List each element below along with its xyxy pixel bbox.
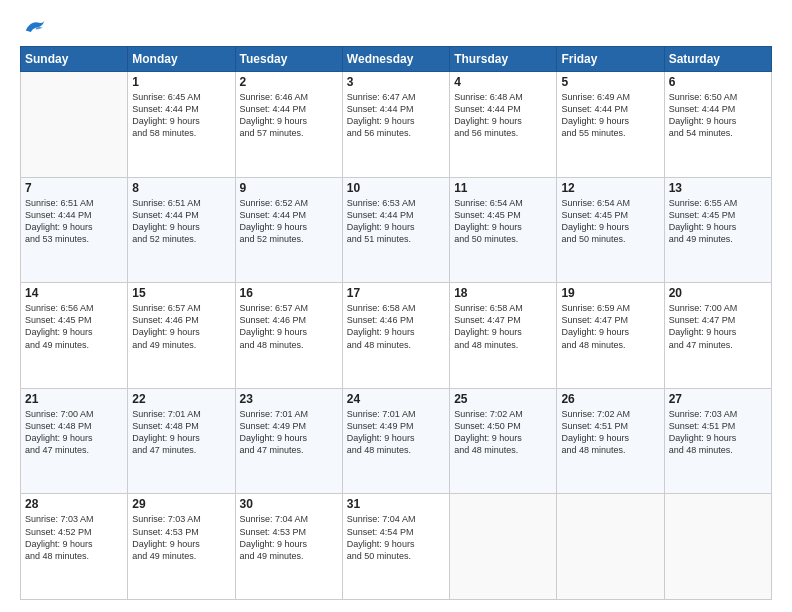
calendar-cell: 20Sunrise: 7:00 AM Sunset: 4:47 PM Dayli…: [664, 283, 771, 389]
calendar-week-row: 21Sunrise: 7:00 AM Sunset: 4:48 PM Dayli…: [21, 388, 772, 494]
day-number: 17: [347, 286, 445, 300]
day-number: 23: [240, 392, 338, 406]
day-number: 13: [669, 181, 767, 195]
calendar-cell: 6Sunrise: 6:50 AM Sunset: 4:44 PM Daylig…: [664, 72, 771, 178]
day-number: 7: [25, 181, 123, 195]
calendar-cell: 21Sunrise: 7:00 AM Sunset: 4:48 PM Dayli…: [21, 388, 128, 494]
calendar-cell: 18Sunrise: 6:58 AM Sunset: 4:47 PM Dayli…: [450, 283, 557, 389]
cell-daylight-info: Sunrise: 6:48 AM Sunset: 4:44 PM Dayligh…: [454, 91, 552, 140]
cell-daylight-info: Sunrise: 7:02 AM Sunset: 4:51 PM Dayligh…: [561, 408, 659, 457]
calendar-cell: 9Sunrise: 6:52 AM Sunset: 4:44 PM Daylig…: [235, 177, 342, 283]
day-number: 16: [240, 286, 338, 300]
cell-daylight-info: Sunrise: 6:52 AM Sunset: 4:44 PM Dayligh…: [240, 197, 338, 246]
weekday-header-sunday: Sunday: [21, 47, 128, 72]
cell-daylight-info: Sunrise: 6:49 AM Sunset: 4:44 PM Dayligh…: [561, 91, 659, 140]
calendar-table: SundayMondayTuesdayWednesdayThursdayFrid…: [20, 46, 772, 600]
calendar-cell: 10Sunrise: 6:53 AM Sunset: 4:44 PM Dayli…: [342, 177, 449, 283]
day-number: 27: [669, 392, 767, 406]
day-number: 26: [561, 392, 659, 406]
cell-daylight-info: Sunrise: 6:54 AM Sunset: 4:45 PM Dayligh…: [561, 197, 659, 246]
day-number: 31: [347, 497, 445, 511]
day-number: 18: [454, 286, 552, 300]
day-number: 25: [454, 392, 552, 406]
day-number: 12: [561, 181, 659, 195]
weekday-header-monday: Monday: [128, 47, 235, 72]
weekday-header-friday: Friday: [557, 47, 664, 72]
cell-daylight-info: Sunrise: 7:03 AM Sunset: 4:52 PM Dayligh…: [25, 513, 123, 562]
cell-daylight-info: Sunrise: 6:51 AM Sunset: 4:44 PM Dayligh…: [25, 197, 123, 246]
day-number: 4: [454, 75, 552, 89]
day-number: 29: [132, 497, 230, 511]
cell-daylight-info: Sunrise: 6:58 AM Sunset: 4:46 PM Dayligh…: [347, 302, 445, 351]
cell-daylight-info: Sunrise: 6:57 AM Sunset: 4:46 PM Dayligh…: [240, 302, 338, 351]
cell-daylight-info: Sunrise: 7:01 AM Sunset: 4:49 PM Dayligh…: [347, 408, 445, 457]
day-number: 1: [132, 75, 230, 89]
day-number: 19: [561, 286, 659, 300]
day-number: 11: [454, 181, 552, 195]
cell-daylight-info: Sunrise: 6:59 AM Sunset: 4:47 PM Dayligh…: [561, 302, 659, 351]
weekday-header-thursday: Thursday: [450, 47, 557, 72]
cell-daylight-info: Sunrise: 6:47 AM Sunset: 4:44 PM Dayligh…: [347, 91, 445, 140]
weekday-header-saturday: Saturday: [664, 47, 771, 72]
day-number: 9: [240, 181, 338, 195]
day-number: 6: [669, 75, 767, 89]
cell-daylight-info: Sunrise: 6:45 AM Sunset: 4:44 PM Dayligh…: [132, 91, 230, 140]
header: [20, 18, 772, 36]
calendar-cell: [664, 494, 771, 600]
cell-daylight-info: Sunrise: 6:57 AM Sunset: 4:46 PM Dayligh…: [132, 302, 230, 351]
calendar-cell: 29Sunrise: 7:03 AM Sunset: 4:53 PM Dayli…: [128, 494, 235, 600]
calendar-week-row: 1Sunrise: 6:45 AM Sunset: 4:44 PM Daylig…: [21, 72, 772, 178]
calendar-week-row: 14Sunrise: 6:56 AM Sunset: 4:45 PM Dayli…: [21, 283, 772, 389]
day-number: 30: [240, 497, 338, 511]
cell-daylight-info: Sunrise: 6:56 AM Sunset: 4:45 PM Dayligh…: [25, 302, 123, 351]
calendar-cell: 13Sunrise: 6:55 AM Sunset: 4:45 PM Dayli…: [664, 177, 771, 283]
day-number: 5: [561, 75, 659, 89]
calendar-cell: [450, 494, 557, 600]
weekday-header-tuesday: Tuesday: [235, 47, 342, 72]
calendar-cell: 16Sunrise: 6:57 AM Sunset: 4:46 PM Dayli…: [235, 283, 342, 389]
cell-daylight-info: Sunrise: 7:02 AM Sunset: 4:50 PM Dayligh…: [454, 408, 552, 457]
cell-daylight-info: Sunrise: 7:04 AM Sunset: 4:53 PM Dayligh…: [240, 513, 338, 562]
cell-daylight-info: Sunrise: 6:50 AM Sunset: 4:44 PM Dayligh…: [669, 91, 767, 140]
weekday-header-wednesday: Wednesday: [342, 47, 449, 72]
cell-daylight-info: Sunrise: 6:58 AM Sunset: 4:47 PM Dayligh…: [454, 302, 552, 351]
calendar-cell: [21, 72, 128, 178]
cell-daylight-info: Sunrise: 6:54 AM Sunset: 4:45 PM Dayligh…: [454, 197, 552, 246]
cell-daylight-info: Sunrise: 7:00 AM Sunset: 4:48 PM Dayligh…: [25, 408, 123, 457]
cell-daylight-info: Sunrise: 7:03 AM Sunset: 4:53 PM Dayligh…: [132, 513, 230, 562]
calendar-cell: 25Sunrise: 7:02 AM Sunset: 4:50 PM Dayli…: [450, 388, 557, 494]
calendar-cell: 15Sunrise: 6:57 AM Sunset: 4:46 PM Dayli…: [128, 283, 235, 389]
page: SundayMondayTuesdayWednesdayThursdayFrid…: [0, 0, 792, 612]
logo: [20, 18, 48, 36]
calendar-cell: 5Sunrise: 6:49 AM Sunset: 4:44 PM Daylig…: [557, 72, 664, 178]
cell-daylight-info: Sunrise: 7:04 AM Sunset: 4:54 PM Dayligh…: [347, 513, 445, 562]
calendar-cell: 12Sunrise: 6:54 AM Sunset: 4:45 PM Dayli…: [557, 177, 664, 283]
calendar-cell: 11Sunrise: 6:54 AM Sunset: 4:45 PM Dayli…: [450, 177, 557, 283]
calendar-week-row: 28Sunrise: 7:03 AM Sunset: 4:52 PM Dayli…: [21, 494, 772, 600]
day-number: 28: [25, 497, 123, 511]
day-number: 15: [132, 286, 230, 300]
day-number: 24: [347, 392, 445, 406]
day-number: 8: [132, 181, 230, 195]
cell-daylight-info: Sunrise: 6:53 AM Sunset: 4:44 PM Dayligh…: [347, 197, 445, 246]
day-number: 22: [132, 392, 230, 406]
calendar-cell: 27Sunrise: 7:03 AM Sunset: 4:51 PM Dayli…: [664, 388, 771, 494]
day-number: 20: [669, 286, 767, 300]
day-number: 3: [347, 75, 445, 89]
calendar-cell: 31Sunrise: 7:04 AM Sunset: 4:54 PM Dayli…: [342, 494, 449, 600]
calendar-cell: 1Sunrise: 6:45 AM Sunset: 4:44 PM Daylig…: [128, 72, 235, 178]
cell-daylight-info: Sunrise: 6:51 AM Sunset: 4:44 PM Dayligh…: [132, 197, 230, 246]
calendar-cell: 28Sunrise: 7:03 AM Sunset: 4:52 PM Dayli…: [21, 494, 128, 600]
calendar-cell: 2Sunrise: 6:46 AM Sunset: 4:44 PM Daylig…: [235, 72, 342, 178]
calendar-cell: 22Sunrise: 7:01 AM Sunset: 4:48 PM Dayli…: [128, 388, 235, 494]
cell-daylight-info: Sunrise: 7:00 AM Sunset: 4:47 PM Dayligh…: [669, 302, 767, 351]
calendar-cell: 23Sunrise: 7:01 AM Sunset: 4:49 PM Dayli…: [235, 388, 342, 494]
cell-daylight-info: Sunrise: 6:55 AM Sunset: 4:45 PM Dayligh…: [669, 197, 767, 246]
calendar-cell: 14Sunrise: 6:56 AM Sunset: 4:45 PM Dayli…: [21, 283, 128, 389]
day-number: 14: [25, 286, 123, 300]
calendar-cell: 3Sunrise: 6:47 AM Sunset: 4:44 PM Daylig…: [342, 72, 449, 178]
calendar-cell: 19Sunrise: 6:59 AM Sunset: 4:47 PM Dayli…: [557, 283, 664, 389]
day-number: 21: [25, 392, 123, 406]
day-number: 10: [347, 181, 445, 195]
calendar-header-row: SundayMondayTuesdayWednesdayThursdayFrid…: [21, 47, 772, 72]
